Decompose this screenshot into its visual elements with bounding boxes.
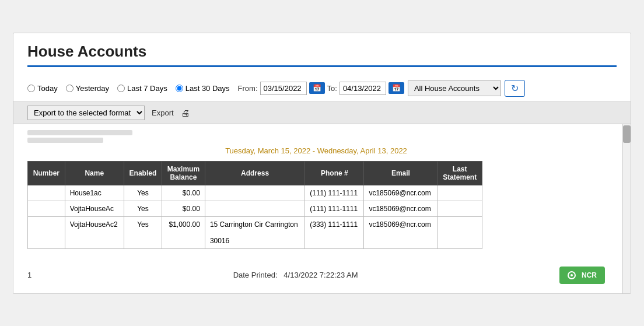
radio-yesterday[interactable]: Yesterday (66, 84, 109, 93)
page-title: House Accounts (27, 43, 617, 61)
col-header-max-balance: MaximumBalance (162, 161, 205, 185)
report-date-range-label: Tuesday, March 15, 2022 - Wednesday, Apr… (27, 146, 605, 155)
table-row: VojtaHouseAc Yes $0.00 (111) 111-1111 vc… (28, 201, 482, 216)
radio-last30-input[interactable] (176, 85, 183, 92)
content-area: Tuesday, March 15, 2022 - Wednesday, Apr… (13, 124, 631, 293)
cell-address (205, 201, 304, 216)
cell-number (28, 185, 65, 201)
radio-today[interactable]: Today (27, 84, 58, 93)
radio-today-input[interactable] (27, 85, 35, 92)
col-header-enabled: Enabled (124, 161, 162, 185)
table-header: Number Name Enabled MaximumBalance Addre… (28, 161, 482, 185)
cell-email: vc185069@ncr.com (364, 201, 438, 216)
scrollbar-thumb[interactable] (623, 125, 631, 143)
export-button[interactable]: Export (149, 107, 176, 118)
cell-address (205, 185, 304, 201)
col-header-address: Address (205, 161, 304, 185)
report-content: Tuesday, March 15, 2022 - Wednesday, Apr… (13, 124, 619, 261)
radio-last7-input[interactable] (117, 85, 125, 92)
scrollbar[interactable] (622, 124, 631, 293)
radio-last7[interactable]: Last 7 Days (117, 84, 167, 93)
export-format-select[interactable]: Export to the selected format (27, 106, 145, 120)
inner-content: Tuesday, March 15, 2022 - Wednesday, Apr… (13, 124, 631, 293)
col-header-name: Name (65, 161, 124, 185)
cell-phone: (333) 111-1111 (305, 216, 364, 248)
header-divider (27, 65, 617, 67)
cell-phone: (111) 111-1111 (305, 201, 364, 216)
cell-email: vc185069@ncr.com (364, 216, 438, 248)
page-header: House Accounts (13, 33, 631, 67)
radio-today-label: Today (37, 84, 58, 93)
col-header-email: Email (364, 161, 438, 185)
refresh-button[interactable]: ↻ (505, 80, 525, 97)
to-label: To: (327, 84, 337, 93)
cell-enabled: Yes (124, 185, 162, 201)
filter-row: Today Yesterday Last 7 Days Last 30 Days… (13, 75, 631, 101)
table-row: House1ac Yes $0.00 (111) 111-1111 vc1850… (28, 185, 482, 201)
report-table: Number Name Enabled MaximumBalance Addre… (27, 161, 482, 249)
export-row: Export to the selected format Export 🖨 (13, 101, 631, 124)
from-label: From: (238, 84, 258, 93)
svg-point-1 (570, 274, 573, 276)
from-date-input[interactable] (260, 82, 307, 95)
from-calendar-button[interactable]: 📅 (309, 82, 325, 94)
ncr-logo: NCR (559, 267, 605, 284)
cell-max-balance: $0.00 (162, 201, 205, 216)
date-printed-value: 4/13/2022 7:22:23 AM (284, 271, 358, 279)
col-header-last-statement: LastStatement (438, 161, 482, 185)
cell-last-statement (438, 216, 482, 248)
table-body: House1ac Yes $0.00 (111) 111-1111 vc1850… (28, 185, 482, 248)
ncr-logo-icon (568, 271, 579, 279)
date-printed-label: Date Printed: (233, 271, 278, 279)
date-range: From: 📅 To: 📅 (238, 82, 404, 95)
account-select[interactable]: All House Accounts (408, 80, 501, 96)
cell-name: VojtaHouseAc (65, 201, 124, 216)
cell-number (28, 216, 65, 248)
date-printed: Date Printed: 4/13/2022 7:22:23 AM (233, 271, 358, 279)
cell-max-balance: $1,000.00 (162, 216, 205, 248)
cell-email: vc185069@ncr.com (364, 185, 438, 201)
page-number: 1 (27, 271, 32, 279)
ncr-logo-text: NCR (582, 271, 597, 279)
print-button[interactable]: 🖨 (181, 108, 190, 118)
radio-last7-label: Last 7 Days (127, 84, 167, 93)
cell-number (28, 201, 65, 216)
to-calendar-button[interactable]: 📅 (388, 82, 404, 94)
cell-phone: (111) 111-1111 (305, 185, 364, 201)
to-date-input[interactable] (340, 82, 386, 95)
radio-last30-label: Last 30 Days (186, 84, 230, 93)
cell-name: House1ac (65, 185, 124, 201)
cell-last-statement (438, 185, 482, 201)
cell-name: VojtaHouseAc2 (65, 216, 124, 248)
address-block (27, 130, 605, 143)
radio-yesterday-input[interactable] (66, 85, 74, 92)
radio-last30[interactable]: Last 30 Days (176, 84, 230, 93)
footer-row: 1 Date Printed: 4/13/2022 7:22:23 AM NCR (13, 261, 619, 293)
cell-max-balance: $0.00 (162, 185, 205, 201)
table-row: VojtaHouseAc2 Yes $1,000.00 15 Carringto… (28, 216, 482, 248)
cell-enabled: Yes (124, 216, 162, 248)
col-header-number: Number (28, 161, 65, 185)
cell-address: 15 Carrington Cir Carrington30016 (205, 216, 304, 248)
radio-group: Today Yesterday Last 7 Days Last 30 Days (27, 84, 230, 93)
radio-yesterday-label: Yesterday (76, 84, 109, 93)
cell-last-statement (438, 201, 482, 216)
col-header-phone: Phone # (305, 161, 364, 185)
cell-enabled: Yes (124, 201, 162, 216)
